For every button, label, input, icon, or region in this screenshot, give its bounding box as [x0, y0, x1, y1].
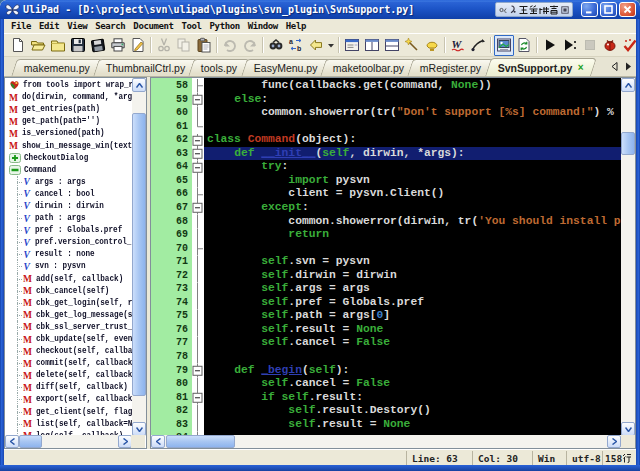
- tree-scroll-up-button[interactable]: [132, 78, 146, 92]
- tree-item-result-none[interactable]: Vresult : none: [5, 248, 133, 260]
- tree-item-export-self-callback[interactable]: Mexport(self, callback: [5, 393, 133, 405]
- dropdown-caret-button[interactable]: [326, 35, 336, 56]
- tree-item-list-self-callback-n[interactable]: Mlist(self, callback=N: [5, 418, 133, 430]
- fold-marker-b[interactable]: [192, 391, 204, 405]
- tab-thumbnailctrl-py[interactable]: ThumbnailCtrl.py: [93, 59, 198, 76]
- open-button[interactable]: [28, 35, 48, 56]
- tree-item-do-dirwin-command-arg[interactable]: Mdo(dirwin, command, *arg: [5, 91, 133, 103]
- tree-item-is_versioned-path[interactable]: Mis_versioned(path): [5, 127, 133, 139]
- tab-scroll-left-icon[interactable]: [611, 62, 618, 71]
- tree-item-show_in_message_win-text[interactable]: Mshow_in_message_win(text: [5, 139, 133, 151]
- redo-button[interactable]: [240, 35, 260, 56]
- tree-item-dirwin-dirwin[interactable]: Vdirwin : dirwin: [5, 200, 133, 212]
- tree-item-cbk_cancel-self[interactable]: Mcbk_cancel(self): [5, 285, 133, 297]
- tree-item-checkout-self-callba[interactable]: Mcheckout(self, callba: [5, 345, 133, 357]
- new-button[interactable]: [8, 35, 28, 56]
- fold-marker-b[interactable]: [192, 133, 204, 147]
- paste-button[interactable]: [194, 35, 214, 56]
- tree-item-checkoutdialog[interactable]: CheckoutDialog: [5, 152, 133, 164]
- minimize-button[interactable]: [581, 2, 598, 17]
- menu-view[interactable]: View: [63, 21, 91, 31]
- tree-scroll-right-button[interactable]: [118, 435, 132, 448]
- tree-item-cbk_update-self-even[interactable]: Mcbk_update(self, even: [5, 333, 133, 345]
- tree-item-add-self-callback[interactable]: Madd(self, callback): [5, 273, 133, 285]
- menu-help[interactable]: Help: [282, 21, 310, 31]
- tree-item-pref-version_control_[interactable]: Vpref.version_control_: [5, 236, 133, 248]
- tab-svnsupport-py[interactable]: SvnSupport.py×: [485, 58, 596, 76]
- image-viewer-button[interactable]: [494, 35, 514, 56]
- fold-marker-b[interactable]: [192, 364, 204, 378]
- save-button[interactable]: [68, 35, 88, 56]
- lamp-button[interactable]: [422, 35, 442, 56]
- title-bar[interactable]: UliPad - [D:\project\svn\ulipad\plugins\…: [0, 0, 640, 19]
- menu-python[interactable]: Python: [206, 21, 244, 31]
- tree-item-commit-self-callback[interactable]: Mcommit(self, callback: [5, 357, 133, 369]
- tree-item-command[interactable]: Command: [5, 164, 133, 176]
- menu-search[interactable]: Search: [91, 21, 129, 31]
- replace-button[interactable]: ab: [286, 35, 306, 56]
- pointer-pen-button[interactable]: [468, 35, 488, 56]
- fold-marker-b[interactable]: [192, 147, 204, 161]
- run-button[interactable]: [540, 35, 560, 56]
- split-vertical-button[interactable]: [362, 35, 382, 56]
- editor-scroll-right-button[interactable]: [607, 435, 621, 448]
- tree-item-get_path-path[interactable]: Mget_path(path=''): [5, 115, 133, 127]
- tree-item-get_entries-path[interactable]: Mget_entries(path): [5, 103, 133, 115]
- cut-button[interactable]: [154, 35, 174, 56]
- close-button[interactable]: [619, 2, 636, 17]
- save-all-button[interactable]: [88, 35, 108, 56]
- open-dir-button[interactable]: [48, 35, 68, 56]
- tree-item-cancel-bool[interactable]: Vcancel : bool: [5, 188, 133, 200]
- code-text-area[interactable]: func(callbacks.get(command, None)) else:…: [204, 78, 621, 436]
- stop-button[interactable]: [580, 35, 600, 56]
- tree-item-diff-self-callback[interactable]: Mdiff(self, callback): [5, 381, 133, 393]
- tree-horizontal-scrollbar[interactable]: [5, 435, 132, 448]
- tree-scrollbar-thumb[interactable]: [132, 113, 146, 396]
- run-args-button[interactable]: [560, 35, 580, 56]
- tree-item-path-args[interactable]: Vpath : args: [5, 212, 133, 224]
- tree-item-cbk_get_log_message-s[interactable]: Mcbk_get_log_message(s: [5, 309, 133, 321]
- properties-window-button[interactable]: [342, 35, 362, 56]
- tree-item-args-args[interactable]: Vargs : args: [5, 176, 133, 188]
- tree-scroll-down-button[interactable]: [132, 422, 146, 436]
- split-horizontal-button[interactable]: [382, 35, 402, 56]
- word-wrap-button[interactable]: W: [448, 35, 468, 56]
- tree-item-delete-self-callback[interactable]: Mdelete(self, callback: [5, 369, 133, 381]
- tab-scroll-right-icon[interactable]: [625, 62, 632, 71]
- editor-scrollbar-thumb[interactable]: [621, 132, 635, 155]
- tab-maketoolbar-py[interactable]: maketoolbar.py: [320, 59, 417, 76]
- fold-marker-b[interactable]: [192, 201, 204, 215]
- menu-window[interactable]: Window: [244, 21, 282, 31]
- tree-item-pref-globals-pref[interactable]: Vpref : Globals.pref: [5, 224, 133, 236]
- edit-page-button[interactable]: [128, 35, 148, 56]
- tab-mregister-py[interactable]: mRegister.py: [408, 59, 495, 76]
- magic-wand-button[interactable]: [402, 35, 422, 56]
- editor-hscrollbar-thumb[interactable]: [166, 435, 235, 448]
- tree-item-from-tools-import-wrap_r[interactable]: from tools import wrap_r: [5, 79, 133, 91]
- menu-tool[interactable]: Tool: [178, 21, 206, 31]
- tree-item-cbk_ssl_server_trust_[interactable]: Mcbk_ssl_server_trust_: [5, 321, 133, 333]
- debug-bug-button[interactable]: [600, 35, 620, 56]
- tree-scroll-left-button[interactable]: [5, 435, 19, 448]
- editor-scroll-down-button[interactable]: [621, 422, 635, 436]
- editor-vertical-scrollbar[interactable]: [621, 78, 635, 436]
- tab-makemenu-py[interactable]: makemenu.py: [11, 59, 102, 76]
- find-button[interactable]: [266, 35, 286, 56]
- maximize-button[interactable]: [600, 2, 617, 17]
- copy-button[interactable]: [174, 35, 194, 56]
- undo-button[interactable]: [220, 35, 240, 56]
- tree-item-svn-pysvn[interactable]: Vsvn : pysvn: [5, 260, 133, 272]
- refresh-page-button[interactable]: [514, 35, 534, 56]
- tree-hscrollbar-thumb[interactable]: [19, 435, 42, 448]
- tab-close-icon[interactable]: ×: [577, 62, 583, 73]
- fold-marker-b[interactable]: [192, 93, 204, 107]
- fold-margin[interactable]: [192, 78, 204, 436]
- print-button[interactable]: [108, 35, 128, 56]
- menu-file[interactable]: File: [7, 21, 35, 31]
- tree-item-cbk_get_login-self-r[interactable]: Mcbk_get_login(self, r: [5, 297, 133, 309]
- tree-vertical-scrollbar[interactable]: [132, 78, 146, 436]
- fold-marker-b[interactable]: [192, 160, 204, 174]
- back-arrow-button[interactable]: [306, 35, 326, 56]
- editor-scroll-left-button[interactable]: [151, 435, 165, 448]
- editor-horizontal-scrollbar[interactable]: [151, 435, 621, 448]
